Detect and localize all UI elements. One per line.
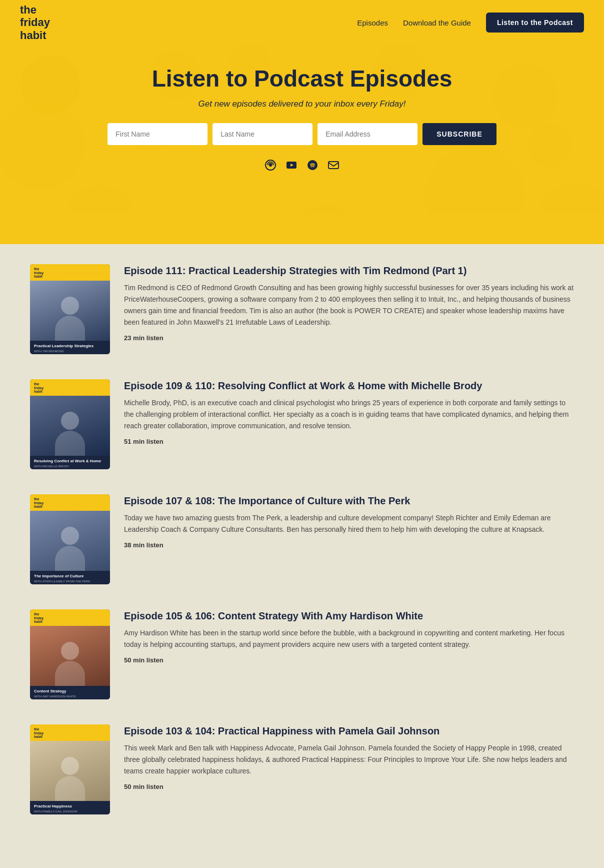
- main-nav: Episodes Download the Guide Listen to th…: [357, 13, 584, 33]
- first-name-input[interactable]: [108, 123, 208, 145]
- nav-guide[interactable]: Download the Guide: [403, 19, 471, 27]
- episode-content: Episode 111: Practical Leadership Strate…: [124, 264, 574, 342]
- hero-title: Listen to Podcast Episodes: [20, 65, 584, 92]
- social-icons-row: [20, 159, 584, 174]
- episode-duration: 50 min listen: [124, 656, 164, 664]
- podcast-icon[interactable]: [264, 159, 276, 174]
- nav-podcast-button[interactable]: Listen to the Podcast: [486, 13, 584, 33]
- episode-duration: 50 min listen: [124, 783, 164, 790]
- episode-item: thefridayhabit The Importance of Culture…: [30, 494, 574, 584]
- svg-point-1: [0, 100, 85, 190]
- svg-point-9: [538, 183, 604, 214]
- email-icon[interactable]: [328, 159, 340, 174]
- episode-thumbnail[interactable]: thefridayhabit Resolving Conflict at Wor…: [30, 379, 110, 469]
- hero-section: Listen to Podcast Episodes Get new episo…: [0, 45, 604, 214]
- svg-point-14: [269, 164, 272, 167]
- episode-item: thefridayhabit Practical Happiness WITH …: [30, 724, 574, 814]
- episode-title[interactable]: Episode 109 & 110: Resolving Conflict at…: [124, 379, 574, 392]
- youtube-icon[interactable]: [286, 159, 298, 174]
- episode-content: Episode 105 & 106: Content Strategy With…: [124, 609, 574, 664]
- episode-description: This week Mark and Ben talk with Happine…: [124, 742, 574, 777]
- episode-title[interactable]: Episode 103 & 104: Practical Happiness w…: [124, 724, 574, 737]
- site-header: the friday habit Episodes Download the G…: [0, 0, 604, 45]
- subscribe-form: SUBSCRIBE: [20, 123, 584, 145]
- episode-item: thefridayhabit Content Strategy WITH AMY…: [30, 609, 574, 699]
- episode-duration: 23 min listen: [124, 334, 164, 342]
- episode-thumbnail[interactable]: thefridayhabit Practical Leadership Stra…: [30, 264, 110, 354]
- episode-title[interactable]: Episode 105 & 106: Content Strategy With…: [124, 609, 574, 622]
- episode-thumbnail[interactable]: thefridayhabit Content Strategy WITH AMY…: [30, 609, 110, 699]
- svg-point-5: [285, 205, 365, 214]
- episode-content: Episode 107 & 108: The Importance of Cul…: [124, 494, 574, 549]
- episode-duration: 51 min listen: [124, 438, 164, 445]
- episode-item: thefridayhabit Practical Leadership Stra…: [30, 264, 574, 354]
- episode-thumbnail[interactable]: thefridayhabit Practical Happiness WITH …: [30, 724, 110, 814]
- svg-point-2: [65, 185, 135, 214]
- email-input[interactable]: [318, 123, 418, 145]
- site-logo[interactable]: the friday habit: [20, 4, 50, 42]
- spotify-icon[interactable]: [306, 159, 318, 174]
- episode-content: Episode 103 & 104: Practical Happiness w…: [124, 724, 574, 791]
- svg-point-7: [425, 145, 525, 214]
- hero-subtitle: Get new episodes delivered to your inbox…: [20, 99, 584, 109]
- episode-thumbnail[interactable]: thefridayhabit The Importance of Culture…: [30, 494, 110, 584]
- episode-content: Episode 109 & 110: Resolving Conflict at…: [124, 379, 574, 446]
- wave-divider: [0, 214, 604, 244]
- svg-rect-18: [328, 162, 338, 169]
- episode-title[interactable]: Episode 107 & 108: The Importance of Cul…: [124, 494, 574, 507]
- nav-episodes[interactable]: Episodes: [357, 19, 388, 27]
- episode-description: Michelle Brody, PhD, is an executive coa…: [124, 397, 574, 432]
- episode-description: Today we have two amazing guests from Th…: [124, 512, 574, 535]
- episode-description: Amy Hardison White has been in the start…: [124, 627, 574, 650]
- episode-title[interactable]: Episode 111: Practical Leadership Strate…: [124, 264, 574, 277]
- episode-duration: 38 min listen: [124, 541, 164, 549]
- episode-item: thefridayhabit Resolving Conflict at Wor…: [30, 379, 574, 469]
- episodes-section: thefridayhabit Practical Leadership Stra…: [0, 244, 604, 868]
- episode-description: Tim Redmond is CEO of Redmond Growth Con…: [124, 282, 574, 328]
- subscribe-button[interactable]: SUBSCRIBE: [422, 123, 496, 145]
- last-name-input[interactable]: [212, 123, 312, 145]
